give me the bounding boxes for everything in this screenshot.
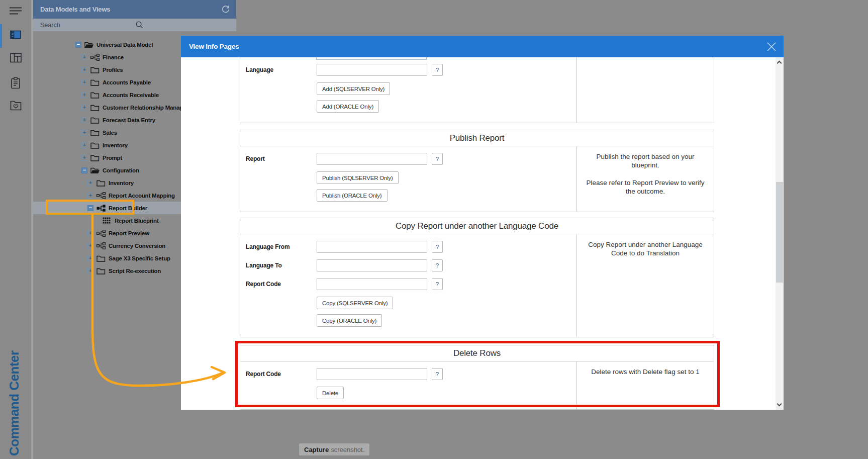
icon-sidebar: Command Center bbox=[0, 0, 33, 459]
expand-toggle-icon[interactable]: + bbox=[87, 243, 93, 249]
tree-panel-title: Data Models and Views bbox=[40, 6, 221, 13]
section-description: Copy Report under another Language Code … bbox=[584, 240, 707, 257]
expand-toggle-icon[interactable]: + bbox=[81, 79, 87, 85]
expand-toggle-icon[interactable]: + bbox=[87, 230, 93, 236]
tree-item-label: Accounts Payable bbox=[103, 79, 151, 85]
share-icon bbox=[97, 192, 106, 199]
folder-icon bbox=[97, 267, 106, 274]
folder-icon bbox=[90, 129, 100, 136]
button-column: Publish (SQLSERVER Only)Publish (ORACLE … bbox=[317, 171, 576, 207]
tree-item-label: Report Blueprint bbox=[115, 218, 159, 224]
search-placeholder: Search bbox=[40, 22, 135, 29]
expand-toggle-icon[interactable]: + bbox=[81, 105, 87, 111]
expand-toggle-icon[interactable]: + bbox=[81, 92, 87, 98]
modal-scrollbar[interactable] bbox=[776, 57, 784, 410]
section-description: Publish the report based on your bluepri… bbox=[584, 152, 707, 169]
folder-open-icon bbox=[90, 167, 100, 174]
scrollbar-thumb[interactable] bbox=[776, 182, 783, 283]
help-button[interactable]: ? bbox=[432, 259, 443, 271]
button-column: Copy (SQLSERVER Only)Copy (ORACLE Only) bbox=[317, 297, 576, 332]
search-icon bbox=[135, 21, 230, 29]
capture-screenshot-button[interactable]: Capture screenshot. bbox=[299, 443, 369, 455]
form-row: Language? bbox=[246, 64, 576, 76]
section-description: Please refer to Report Preview to verify… bbox=[584, 178, 707, 196]
cut-off-input[interactable] bbox=[316, 57, 427, 60]
add-sqlserver-only-button[interactable]: Add (SQLSERVER Only) bbox=[317, 82, 390, 95]
capture-label-bold: Capture bbox=[304, 446, 329, 453]
folder-icon bbox=[90, 91, 100, 99]
publish-sqlserver-only-button[interactable]: Publish (SQLSERVER Only) bbox=[317, 171, 399, 184]
clipboard-nav-icon[interactable] bbox=[0, 77, 31, 89]
help-button[interactable]: ? bbox=[432, 241, 443, 253]
tree-item-label: Prompt bbox=[103, 155, 122, 161]
form-row: Language From? bbox=[246, 241, 576, 253]
help-button[interactable]: ? bbox=[432, 278, 443, 290]
field-label: Language From bbox=[246, 241, 317, 253]
field-label: Report bbox=[246, 153, 317, 165]
menu-icon[interactable] bbox=[0, 6, 31, 16]
share-icon bbox=[90, 54, 100, 61]
share-icon bbox=[97, 242, 106, 249]
tree-item-label: Script Re-execution bbox=[109, 268, 161, 274]
app-window: Command Center Data Models and Views Sea… bbox=[0, 0, 868, 459]
data-models-nav-icon[interactable] bbox=[0, 30, 31, 39]
help-button[interactable]: ? bbox=[432, 153, 443, 165]
expand-toggle-icon[interactable]: + bbox=[81, 130, 87, 136]
tree-item-label: Sage X3 Specific Setup bbox=[109, 255, 170, 261]
tree-item-label: Finance bbox=[103, 54, 124, 60]
expand-toggle-icon[interactable]: + bbox=[81, 67, 87, 73]
collapse-toggle-icon[interactable]: − bbox=[75, 42, 81, 48]
expand-toggle-icon[interactable]: + bbox=[81, 142, 87, 148]
section-copy-report-under-another-language-code: Copy Report under another Language CodeL… bbox=[240, 218, 714, 337]
report-code-input[interactable] bbox=[317, 278, 427, 290]
tree-item-label: Report Account Mapping bbox=[109, 193, 175, 199]
publish-oracle-only-button[interactable]: Publish (ORACLE Only) bbox=[317, 189, 388, 202]
modal-title: View Info Pages bbox=[189, 43, 765, 50]
tree-item-label: Inventory bbox=[109, 180, 134, 186]
folder-heart-nav-icon[interactable] bbox=[0, 101, 31, 111]
expand-toggle-icon[interactable]: + bbox=[87, 180, 93, 186]
section-form-cell: Report?Publish (SQLSERVER Only)Publish (… bbox=[240, 146, 576, 212]
expand-toggle-icon[interactable]: + bbox=[81, 155, 87, 161]
tree-item-label: Profiles bbox=[103, 67, 123, 73]
section-description-cell: Copy Report under another Language Code … bbox=[576, 234, 714, 337]
close-icon[interactable] bbox=[765, 41, 778, 53]
section-title: Publish Report bbox=[240, 130, 714, 146]
folder-icon bbox=[97, 179, 106, 187]
expand-toggle-icon[interactable]: + bbox=[81, 54, 87, 60]
copy-oracle-only-button[interactable]: Copy (ORACLE Only) bbox=[317, 314, 382, 327]
help-button[interactable]: ? bbox=[432, 64, 443, 76]
folder-icon bbox=[90, 154, 100, 161]
language-input[interactable] bbox=[317, 64, 427, 76]
expand-toggle-icon[interactable]: + bbox=[87, 193, 93, 199]
folder-icon bbox=[97, 255, 106, 262]
search-input[interactable]: Search bbox=[33, 19, 236, 31]
tree-item-label: Inventory bbox=[103, 142, 128, 148]
expand-toggle-icon[interactable]: + bbox=[81, 117, 87, 123]
language-from-input[interactable] bbox=[317, 241, 427, 253]
tree-item-label: Accounts Receivable bbox=[103, 92, 159, 98]
folder-icon bbox=[90, 142, 100, 149]
field-label: Language bbox=[246, 64, 317, 76]
tree-item-label: Configuration bbox=[103, 167, 139, 173]
language-to-input[interactable] bbox=[317, 259, 427, 271]
form-row: Report Code? bbox=[246, 278, 576, 290]
tree-item-label: Universal Data Model bbox=[97, 42, 153, 48]
expand-toggle-icon[interactable]: + bbox=[87, 268, 93, 274]
modal-header: View Info Pages bbox=[181, 36, 784, 57]
section-publish-report: Publish ReportReport?Publish (SQLSERVER … bbox=[240, 130, 714, 212]
add-oracle-only-button[interactable]: Add (ORACLE Only) bbox=[317, 100, 379, 113]
folder-icon bbox=[90, 66, 100, 73]
collapse-toggle-icon[interactable]: − bbox=[81, 167, 87, 173]
scroll-down-icon[interactable] bbox=[777, 402, 782, 407]
expand-toggle-icon[interactable]: + bbox=[87, 255, 93, 261]
section-cut-off: Language?Add (SQLSERVER Only)Add (ORACLE… bbox=[240, 57, 714, 123]
tree-panel-header: Data Models and Views bbox=[33, 0, 236, 19]
section-description-cell bbox=[576, 57, 714, 123]
section-description-cell: Publish the report based on your bluepri… bbox=[576, 146, 714, 212]
scroll-up-icon[interactable] bbox=[777, 61, 782, 66]
copy-sqlserver-only-button[interactable]: Copy (SQLSERVER Only) bbox=[317, 297, 393, 309]
layout-nav-icon[interactable] bbox=[0, 53, 31, 63]
report-input[interactable] bbox=[317, 153, 427, 165]
refresh-icon[interactable] bbox=[221, 5, 230, 14]
